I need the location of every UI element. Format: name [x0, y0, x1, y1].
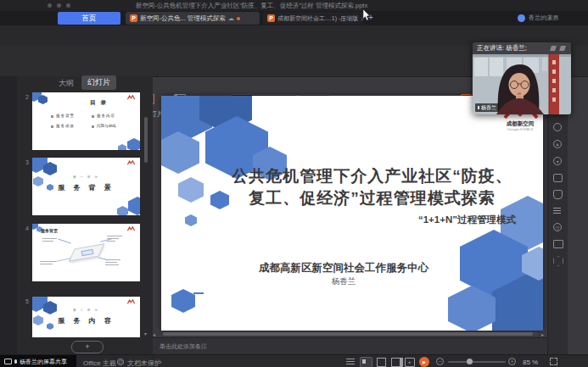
toc-item: 服务背景	[56, 114, 75, 118]
slide-thumbnail-4[interactable]: 服务背景	[32, 224, 140, 281]
lamp-icon[interactable]	[553, 190, 563, 199]
webcam-name-tag: 杨香兰	[475, 103, 499, 112]
hscrollbar-thumb[interactable]	[163, 332, 533, 336]
zoom-value: 85 %	[523, 359, 538, 366]
webcam-video: 杨香兰	[473, 54, 571, 114]
image-icon[interactable]	[553, 240, 563, 248]
thumb-section-title: 服 务 内 容	[32, 316, 140, 325]
thumb-header: 服务背景	[41, 228, 58, 233]
panel-scrollbar[interactable]	[144, 117, 148, 163]
protection-label[interactable]: 文档未保护	[127, 359, 161, 367]
theme-label[interactable]: Office 主题	[83, 359, 116, 367]
slide-author: 杨香兰	[161, 276, 526, 287]
sliders-icon[interactable]	[553, 208, 561, 214]
wps-presentation-icon: P	[130, 14, 137, 22]
phone-remote-icon[interactable]: ▸	[405, 358, 415, 367]
document-tab-inactive[interactable]: P 成都新空间社会工....1) -压缩版 ⚠	[263, 12, 363, 25]
slide-organization: 成都高新区新空间社会工作服务中心	[161, 261, 526, 275]
normal-view-button[interactable]	[360, 357, 372, 367]
mic-icon	[478, 106, 479, 109]
chat-bubble-icon[interactable]	[553, 123, 562, 131]
document-tab-label: 成都新空间社会工....1) -压缩版	[277, 14, 358, 23]
webcam-header[interactable]: 正在讲话: 杨香兰;	[473, 42, 571, 54]
slide-title-line1: 公共危机管理下介入产业社区“防疫、	[208, 165, 536, 187]
slides-tab[interactable]: 幻灯片	[81, 75, 116, 90]
fit-window-icon[interactable]	[550, 358, 557, 365]
thumbnail-number: 5	[19, 298, 29, 304]
thumbnail-number: 2	[19, 94, 29, 100]
zoom-out-icon[interactable]: −	[436, 358, 444, 365]
mic-icon	[14, 359, 17, 364]
thumbnail-logo-icon	[127, 299, 135, 304]
notes-collapse-arrow[interactable]: ▾	[144, 331, 147, 336]
slide-accent-dash	[193, 292, 204, 294]
right-sidebar	[547, 76, 568, 354]
comment-panel-icon[interactable]	[553, 174, 563, 182]
zoom-in-icon[interactable]: +	[508, 358, 516, 365]
protection-icon: ∅	[117, 359, 124, 365]
slideshow-play-button[interactable]: ▶	[419, 357, 429, 367]
toc-item: 问题与挑战	[97, 124, 116, 128]
toc-item: 服务成效	[56, 124, 75, 128]
thumbnail-number: 4	[19, 225, 29, 231]
thumb-section-part: 第 一 部 分	[32, 175, 140, 179]
notes-toggle-icon[interactable]	[346, 359, 355, 365]
unsaved-dot-icon	[237, 17, 240, 20]
webcam-name: 杨香兰	[481, 104, 496, 112]
webcam-window[interactable]: 正在讲话: 杨香兰;	[473, 42, 571, 114]
notes-pane[interactable]: 单击此处添加备注	[153, 337, 547, 355]
outline-tab[interactable]: 大纲	[54, 76, 78, 91]
hscroll-left-icon[interactable]: ◂	[153, 331, 155, 337]
seal-icon[interactable]: ▲	[553, 140, 562, 148]
account-name: 香兰的潇洒	[529, 14, 558, 22]
document-tab-label: 新空间-公共危... 管理模式探索	[140, 14, 226, 23]
zoom-slider-handle[interactable]	[467, 359, 473, 364]
webcam-float-icon[interactable]	[550, 46, 557, 51]
slide-sorter-view-icon[interactable]	[377, 358, 386, 367]
reading-view-icon[interactable]	[391, 358, 403, 367]
slide-subtitle: “1+1+N”过程管理模式	[418, 214, 516, 226]
add-slide-button[interactable]: +	[71, 341, 104, 353]
cloud-sync-icon: ☁	[228, 15, 234, 22]
thumbnail-logo-icon	[127, 160, 135, 165]
assistant-icon[interactable]: ●	[553, 157, 562, 165]
notes-placeholder: 单击此处添加备注	[160, 342, 207, 351]
screen-icon	[4, 359, 12, 364]
slide-canvas[interactable]: 成都新空间 Chengdu N·SPACE 公共危机管理下介入产业社区“防疫、 …	[161, 96, 543, 331]
document-tab-active[interactable]: P 新空间-公共危... 管理模式探索 ☁	[126, 12, 260, 25]
history-clock-icon[interactable]: ◷	[553, 223, 562, 231]
slide-panel-margin	[0, 76, 17, 354]
avatar	[518, 14, 525, 22]
screen-share-label: 杨香兰的屏幕共享	[20, 358, 67, 366]
zoom-slider-track[interactable]	[448, 361, 506, 363]
hscroll-right-icon[interactable]: ▸	[541, 331, 544, 337]
slide-thumbnail-3[interactable]: 第 一 部 分 服 务 背 景	[32, 158, 140, 215]
document-tabbar: 首页 P 新空间-公共危... 管理模式探索 ☁ P 成都新空间社会工....1…	[0, 11, 588, 25]
wps-presentation-icon: P	[267, 14, 275, 22]
home-button[interactable]: 首页	[58, 12, 120, 25]
speaking-label: 正在讲话: 杨香兰;	[477, 44, 527, 53]
org-logo-name: 成都新空间	[499, 120, 541, 128]
toc-item: 服务内容	[97, 114, 115, 118]
statusbar: 杨香兰的屏幕共享 Office 主题 ∅ 文档未保护 ▸ ▶ − + 85 %	[0, 354, 588, 367]
account-area[interactable]: 香兰的潇洒	[518, 14, 558, 22]
org-logo-sub: Chengdu N·SPACE	[499, 128, 541, 131]
window-title: 新空间-公共危机管理下介入产业社区“防疫、复工、促经济”过程 管理模式探索.pp…	[0, 2, 503, 10]
thumb-toc-title: 目 录	[58, 99, 140, 107]
slide-title-line2: 复工、促经济”过程管理模式探索	[208, 187, 536, 209]
wps-presentation-window: 新空间-公共危机管理下介入产业社区“防疫、复工、促经济”过程 管理模式探索.pp…	[0, 0, 588, 367]
mouse-cursor	[362, 9, 371, 21]
thumbnail-logo-icon	[127, 226, 135, 231]
thumb-section-part: 第 二 部 分	[32, 309, 140, 312]
webcam-expand-icon[interactable]	[559, 46, 566, 51]
thumbnail-number: 3	[19, 159, 29, 165]
thumb-section-title: 服 务 背 景	[32, 183, 140, 192]
window-titlebar: 新空间-公共危机管理下介入产业社区“防疫、复工、促经济”过程 管理模式探索.pp…	[0, 0, 588, 11]
slide-thumbnail-2[interactable]: 目 录 服务背景 服务内容 服务成效 问题与挑战	[32, 92, 140, 150]
screen-share-badge: 杨香兰的屏幕共享	[0, 355, 76, 367]
